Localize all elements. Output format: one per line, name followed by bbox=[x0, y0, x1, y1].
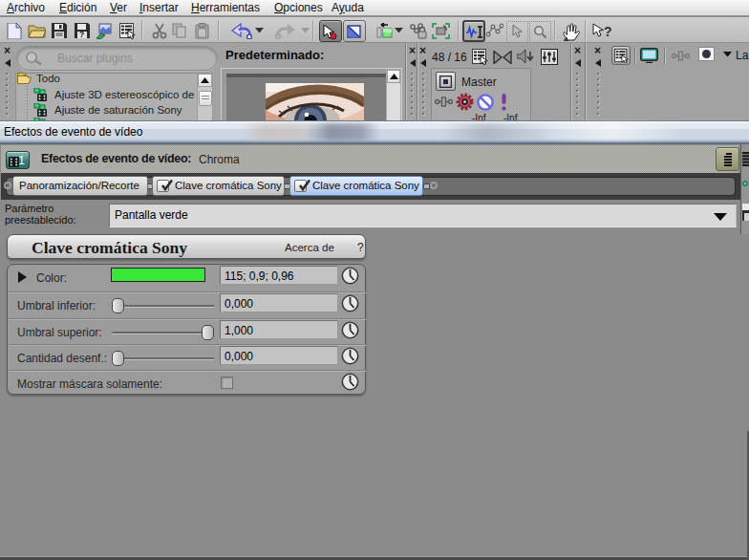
svg-text:?: ? bbox=[604, 24, 612, 39]
svg-text:?: ? bbox=[79, 30, 84, 38]
